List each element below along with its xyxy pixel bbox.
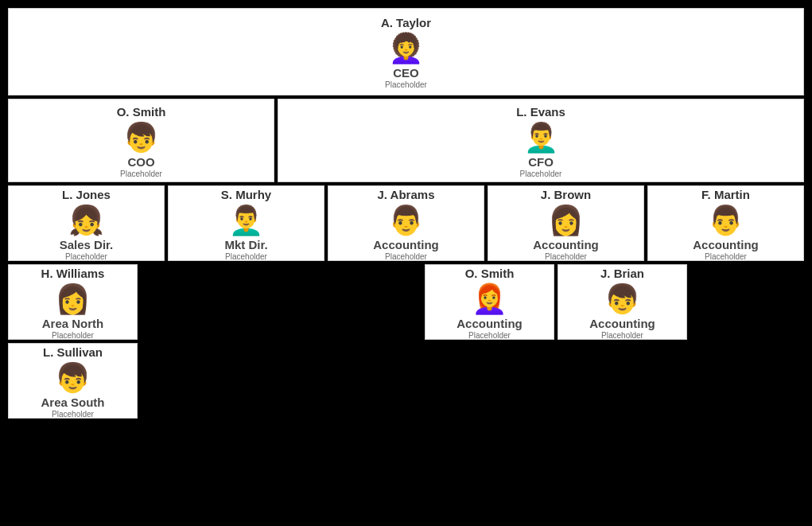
ceo-role: CEO: [393, 66, 419, 80]
cfo-name: L. Evans: [516, 105, 565, 119]
coo-avatar: 👦: [123, 123, 159, 152]
row3-name-4: F. Martin: [701, 188, 750, 201]
ceo-card[interactable]: A. Taylor 👩‍🦱 CEO Placeholder: [8, 8, 804, 95]
cfo-placeholder: Placeholder: [520, 169, 562, 178]
directors-row: L. Jones 👧 Sales Dir. Placeholder S. Mur…: [8, 185, 804, 261]
cfo-role: CFO: [528, 155, 554, 169]
ceo-row: A. Taylor 👩‍🦱 CEO Placeholder: [8, 8, 804, 95]
row4-spacer2: [690, 264, 804, 340]
row3-role-3: Accounting: [533, 238, 599, 251]
row3-placeholder-1: Placeholder: [225, 252, 267, 261]
row3-card-0[interactable]: L. Jones 👧 Sales Dir. Placeholder: [8, 185, 165, 261]
row3-name-3: J. Brown: [541, 188, 591, 201]
coo-col: O. Smith 👦 COO Placeholder: [8, 99, 274, 182]
staff-row: L. Sullivan 👦 Area South Placeholder: [8, 343, 804, 419]
row3-placeholder-4: Placeholder: [705, 252, 747, 261]
jbrian-card[interactable]: J. Brian 👦 Accounting Placeholder: [558, 264, 687, 340]
row3-role-4: Accounting: [693, 238, 759, 251]
row3-role-0: Sales Dir.: [60, 238, 114, 251]
row5-spacer: [138, 343, 804, 419]
row3-name-0: L. Jones: [62, 188, 111, 201]
lsullivan-card[interactable]: L. Sullivan 👦 Area South Placeholder: [8, 343, 138, 419]
row4-spacer1: [141, 264, 422, 340]
coo-cfo-row: O. Smith 👦 COO Placeholder L. Evans 👨‍🦱 …: [8, 99, 804, 182]
row3-card-4[interactable]: F. Martin 👨 Accounting Placeholder: [647, 185, 804, 261]
row3-placeholder-3: Placeholder: [545, 252, 587, 261]
row3-card-1[interactable]: S. Murhy 👨‍🦱 Mkt Dir. Placeholder: [168, 185, 324, 261]
row3-avatar-0: 👧: [68, 206, 104, 235]
ceo-name: A. Taylor: [381, 16, 431, 29]
ceo-placeholder: Placeholder: [385, 80, 427, 89]
cell-lsullivan: L. Sullivan 👦 Area South Placeholder: [8, 343, 138, 419]
cfo-card[interactable]: L. Evans 👨‍🦱 CFO Placeholder: [278, 99, 804, 182]
row3-role-1: Mkt Dir.: [224, 238, 267, 251]
row3-name-1: S. Murhy: [221, 188, 271, 201]
row3-role-2: Accounting: [373, 238, 439, 251]
osmith2-card[interactable]: O. Smith 👩‍🦰 Accounting Placeholder: [425, 264, 554, 340]
row3-placeholder-0: Placeholder: [65, 252, 107, 261]
cfo-col: L. Evans 👨‍🦱 CFO Placeholder: [278, 99, 804, 182]
hwilliams-card[interactable]: H. Williams 👩 Area North Placeholder: [8, 264, 138, 340]
cfo-avatar: 👨‍🦱: [523, 123, 559, 152]
row3-placeholder-2: Placeholder: [385, 252, 427, 261]
row3-name-2: J. Abrams: [378, 188, 435, 201]
managers-row: H. Williams 👩 Area North Placeholder O. …: [8, 264, 804, 340]
row3-avatar-2: 👨: [388, 206, 424, 235]
row3-card-3[interactable]: J. Brown 👩 Accounting Placeholder: [488, 185, 644, 261]
row3-avatar-3: 👩: [548, 206, 584, 235]
row3-avatar-4: 👨: [708, 206, 744, 235]
coo-placeholder: Placeholder: [120, 169, 162, 178]
row3-avatar-1: 👨‍🦱: [228, 206, 264, 235]
cell-osmith2: O. Smith 👩‍🦰 Accounting Placeholder: [425, 264, 554, 340]
row3-card-2[interactable]: J. Abrams 👨 Accounting Placeholder: [328, 185, 484, 261]
coo-role: COO: [127, 155, 154, 169]
cell-jbrian: J. Brian 👦 Accounting Placeholder: [558, 264, 687, 340]
coo-name: O. Smith: [117, 105, 166, 119]
cell-hwilliams: H. Williams 👩 Area North Placeholder: [8, 264, 138, 340]
ceo-avatar: 👩‍🦱: [388, 34, 424, 63]
org-chart: A. Taylor 👩‍🦱 CEO Placeholder O. Smith 👦…: [0, 0, 812, 427]
coo-card[interactable]: O. Smith 👦 COO Placeholder: [8, 99, 274, 182]
